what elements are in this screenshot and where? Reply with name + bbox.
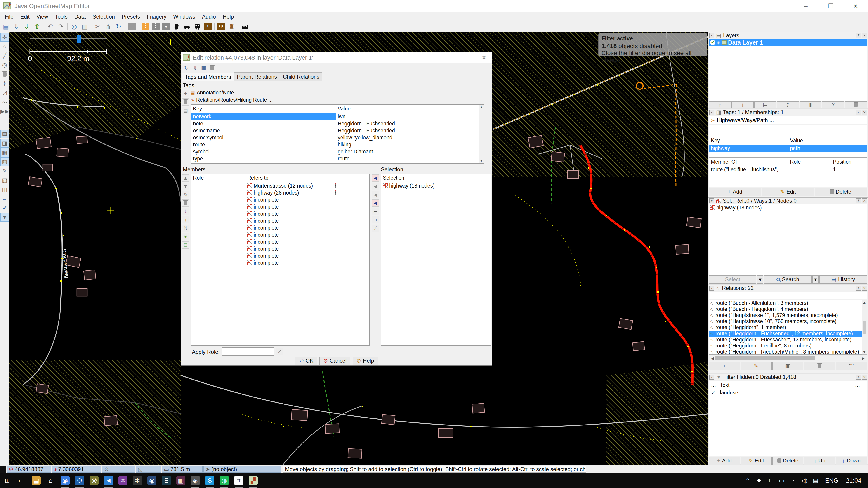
hazard-icon[interactable]: ! — [203, 22, 213, 31]
filter-enabled-cell[interactable]: ✓ — [709, 390, 718, 396]
relation-row[interactable]: ∿route ("Heggidorn - Lediflue", 8 member… — [709, 343, 862, 349]
member-role-cell[interactable] — [191, 210, 246, 217]
tag-value-cell[interactable]: Heggidorn - Fuchsenried — [336, 120, 479, 127]
member-row[interactable]: Murtenstrasse (12 nodes) — [191, 182, 369, 189]
close-button[interactable]: ✕ — [843, 0, 868, 12]
filter-delete-button[interactable]: Delete — [772, 457, 803, 465]
split-way-icon[interactable]: ≬ — [0, 79, 9, 88]
member-refers-cell[interactable]: incomplete — [246, 259, 331, 266]
menu-help[interactable]: Help — [219, 12, 237, 21]
redo-icon[interactable]: ↷ — [56, 22, 66, 31]
panel-close-icon[interactable]: ✕ — [862, 198, 867, 203]
tags-table-scrollbar[interactable]: ▲ ▼ — [479, 105, 484, 163]
member-row[interactable]: incomplete — [191, 224, 369, 231]
tag-key-cell[interactable]: type — [191, 155, 336, 162]
hand-icon[interactable] — [172, 22, 182, 31]
member-refers-cell[interactable]: incomplete — [246, 231, 331, 238]
member-role-cell[interactable] — [191, 182, 246, 189]
store-taskbar-icon[interactable]: ⌂ — [43, 473, 58, 488]
panel-collapse-icon[interactable]: ▾ — [709, 375, 714, 380]
relation-row[interactable]: ∿route ("Heggidorn - Fuessacher", 13 mem… — [709, 337, 862, 343]
panel-collapse-icon[interactable]: ▾ — [709, 286, 714, 291]
wifi-icon[interactable]: ◔ — [788, 477, 798, 484]
panel-collapse-icon[interactable]: ▾ — [709, 33, 714, 38]
member-row[interactable]: incomplete — [191, 210, 369, 217]
member-refers-cell[interactable]: highway (28 nodes) — [246, 189, 331, 196]
menu-windows[interactable]: Windows — [170, 12, 198, 21]
panel-pin-icon[interactable]: ⊼ — [856, 198, 861, 203]
menu-imagery[interactable]: Imagery — [143, 12, 170, 21]
open-icon[interactable]: ▤ — [1, 22, 11, 31]
delete-tag-button[interactable]: Delete — [815, 188, 867, 196]
panel-pin-icon[interactable]: ⊼ — [856, 110, 861, 115]
fast-draw-icon[interactable]: ▶▶ — [0, 107, 9, 116]
preferences-icon[interactable]: ▥ — [80, 22, 90, 31]
outlook-taskbar-icon[interactable]: O — [72, 473, 87, 488]
start-taskbar-icon[interactable]: ⊞ — [0, 473, 14, 488]
roundabout-icon[interactable]: ● — [161, 22, 171, 31]
tag-key-cell[interactable]: network — [191, 113, 336, 120]
tag-row[interactable]: osmc:symbolyellow::yellow_diamond — [191, 134, 479, 141]
member-row[interactable]: incomplete — [191, 203, 369, 210]
relations-hscrollbar[interactable]: ◀ ▶ — [709, 355, 867, 361]
member-refers-cell[interactable]: incomplete — [246, 238, 331, 245]
tag-key-cell[interactable]: route — [191, 141, 336, 148]
member-row[interactable]: incomplete — [191, 217, 369, 224]
member-refers-cell[interactable]: incomplete — [246, 210, 331, 217]
preset-button[interactable]: ≻ Highways/Ways/Path ... — [709, 116, 867, 125]
relations-scrollbar[interactable]: ▲ ▼ — [862, 300, 867, 355]
menu-view[interactable]: View — [33, 12, 52, 21]
move-member-down-icon[interactable]: ▼ — [182, 183, 189, 190]
menu-file[interactable]: File — [1, 12, 17, 21]
remove-selected-from-members-icon[interactable]: ⌿ — [372, 225, 379, 232]
action-center-icon[interactable]: ▤ — [811, 477, 820, 484]
restaurant-icon[interactable]: Ψ — [216, 22, 226, 31]
utility-scissors-icon[interactable]: ✂ — [93, 22, 103, 31]
member-row[interactable]: incomplete — [191, 196, 369, 203]
merge-nodes-icon[interactable]: ⋔ — [103, 22, 113, 31]
imagery-tile-icon[interactable] — [127, 22, 137, 31]
download-data-icon[interactable]: ⇩ — [22, 22, 32, 31]
panel-close-icon[interactable]: ✕ — [862, 375, 867, 380]
relation-row[interactable]: ∿route ("Hauptstrasse 1", 1,579 members,… — [709, 312, 862, 318]
role-cell[interactable] — [788, 166, 831, 173]
download-selected-members-icon[interactable]: ↓ — [182, 216, 189, 223]
merge-layer-button[interactable]: ▤ — [754, 101, 776, 108]
move-layer-up-button[interactable]: ↑ — [709, 101, 731, 108]
sync-icon[interactable]: ↻ — [114, 22, 124, 31]
menu-presets[interactable]: Presets — [118, 12, 143, 21]
delete-node-icon[interactable] — [0, 70, 9, 78]
tag-value-cell[interactable]: yellow::yellow_diamond — [336, 134, 479, 141]
add-selection-before-icon[interactable]: ◀ — [372, 183, 379, 190]
member-role-cell[interactable] — [191, 217, 246, 224]
relation-row[interactable]: ∿route ("Heggidorn - Fuchsenried", 12 me… — [709, 330, 862, 337]
edit-relation-button[interactable]: ✎ — [741, 362, 772, 370]
position-cell[interactable]: 1 — [831, 166, 867, 173]
selection-row[interactable]: highway (18 nodes) — [709, 204, 867, 211]
add-tag-button[interactable]: +Add — [709, 188, 761, 196]
preset-link[interactable]: ▤Annotation/Note ... — [191, 89, 273, 96]
delete-relation-icon[interactable] — [209, 64, 216, 72]
cancel-button[interactable]: ⊗ Cancel — [319, 357, 350, 365]
zoom-icon[interactable]: ◎ — [0, 61, 9, 69]
member-row[interactable]: incomplete — [191, 231, 369, 238]
network-app-taskbar-icon[interactable]: ❄ — [130, 473, 145, 488]
move-member-up-icon[interactable]: ▲ — [182, 174, 189, 182]
panel-close-icon[interactable]: ✕ — [862, 110, 867, 115]
tag-row[interactable]: noteHeggidorn - Fuchsenried — [191, 120, 479, 127]
tag-row[interactable]: routehiking — [191, 141, 479, 148]
imagery-panel-icon[interactable]: ▨ — [0, 158, 9, 166]
panel-pin-icon[interactable]: ⊼ — [856, 375, 861, 380]
tag-value-cell[interactable]: gelber Diamant — [336, 148, 479, 155]
member-role-cell[interactable] — [191, 196, 246, 203]
menu-tools[interactable]: Tools — [52, 12, 71, 21]
chrome-taskbar-icon[interactable]: ◉ — [58, 473, 72, 488]
add-relation-button[interactable]: + — [709, 362, 740, 370]
history-button[interactable]: ▤ History — [819, 275, 867, 284]
member-role-cell[interactable] — [191, 259, 246, 266]
member-role-cell[interactable] — [191, 238, 246, 245]
member-role-cell[interactable] — [191, 224, 246, 231]
apply-changes-icon[interactable]: ⇓ — [191, 64, 199, 72]
media-remote-taskbar-icon[interactable]: ▥ — [174, 473, 188, 488]
dialog-selection-row[interactable]: highway (18 nodes) — [381, 182, 491, 189]
